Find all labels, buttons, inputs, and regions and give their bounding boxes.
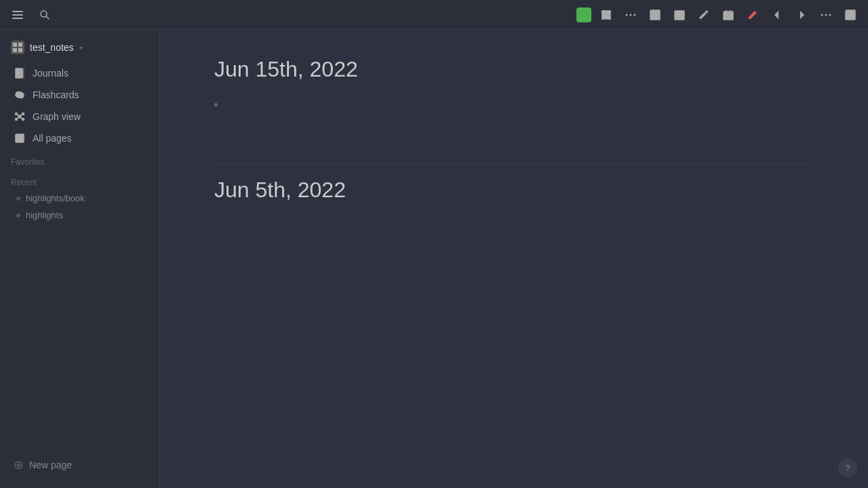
svg-point-23 <box>825 14 827 16</box>
svg-point-22 <box>821 14 823 16</box>
workspace-chevron: ▾ <box>79 44 83 52</box>
layout-icon[interactable] <box>841 5 860 24</box>
svg-rect-2 <box>12 18 23 19</box>
all-pages-icon <box>14 132 26 144</box>
flashcards-icon <box>14 89 26 101</box>
expand-icon[interactable] <box>597 5 616 24</box>
calendar-icon[interactable] <box>670 5 689 24</box>
help-label: ? <box>845 463 850 473</box>
journals-icon <box>14 67 26 79</box>
journal-entry-jun15: Jun 15th, 2022 <box>214 57 814 123</box>
journal-date-jun15: Jun 15th, 2022 <box>214 57 814 82</box>
svg-point-7 <box>630 14 632 16</box>
topbar-left <box>8 5 54 24</box>
sidebar-item-journals[interactable]: Journals <box>3 62 157 84</box>
table-icon[interactable] <box>646 5 665 24</box>
favorites-section: Favorites <box>0 149 159 169</box>
sidebar-item-flashcards[interactable]: Flashcards <box>3 84 157 106</box>
svg-rect-0 <box>12 11 23 12</box>
svg-rect-29 <box>13 48 17 52</box>
more-dots-icon[interactable] <box>816 5 835 24</box>
more-options-icon[interactable] <box>621 5 640 24</box>
new-page-label: New page <box>29 460 72 470</box>
svg-point-37 <box>18 115 21 118</box>
recent-item-highlights-book[interactable]: highlights/book <box>0 190 159 207</box>
bullet-dot-icon <box>214 103 218 106</box>
svg-line-44 <box>21 118 23 119</box>
recent-item-label: highlights <box>26 210 63 220</box>
svg-line-43 <box>21 115 23 116</box>
main-layout: test_notes ▾ Journals Flashcards <box>0 30 868 488</box>
sidebar: test_notes ▾ Journals Flashcards <box>0 30 160 488</box>
recent-item-highlights[interactable]: highlights <box>0 207 159 224</box>
journal-entry-jun5: Jun 5th, 2022 <box>214 178 814 203</box>
svg-rect-9 <box>650 10 660 20</box>
forward-icon[interactable] <box>792 5 811 24</box>
sidebar-label-flashcards: Flashcards <box>33 89 79 100</box>
help-button[interactable]: ? <box>838 458 857 477</box>
new-page-button[interactable]: ⊕ New page <box>3 453 157 477</box>
search-icon[interactable] <box>35 5 54 24</box>
svg-rect-5 <box>602 11 610 19</box>
svg-rect-28 <box>18 43 22 47</box>
recent-dot-icon <box>16 214 20 218</box>
svg-rect-34 <box>22 68 24 78</box>
sidebar-label-graph-view: Graph view <box>33 111 81 122</box>
svg-rect-30 <box>18 48 22 52</box>
favorites-label: Favorites <box>11 157 44 167</box>
svg-rect-27 <box>13 43 17 47</box>
recent-item-label: highlights/book <box>26 193 85 203</box>
new-page-plus-icon: ⊕ <box>14 458 24 472</box>
green-status-button[interactable] <box>576 7 591 22</box>
svg-line-45 <box>17 118 19 119</box>
topbar-right <box>576 5 860 24</box>
svg-rect-1 <box>12 14 23 16</box>
graph-icon <box>14 110 26 123</box>
journal-date-jun5: Jun 5th, 2022 <box>214 178 814 203</box>
svg-point-8 <box>634 14 636 16</box>
content-area[interactable]: Jun 15th, 2022 Jun 5th, 2022 <box>160 30 868 488</box>
sidebar-label-journals: Journals <box>33 68 68 79</box>
svg-rect-46 <box>16 134 24 142</box>
svg-point-24 <box>829 14 831 16</box>
workspace-icon <box>11 41 24 54</box>
sidebar-bottom: ⊕ New page <box>0 447 159 483</box>
sidebar-label-all-pages: All pages <box>33 133 72 144</box>
sidebar-nav: Journals Flashcards Graph view <box>0 62 159 149</box>
tool-icon[interactable] <box>694 5 713 24</box>
svg-point-6 <box>626 14 628 16</box>
date-icon[interactable] <box>719 5 738 24</box>
entry-divider <box>214 163 814 164</box>
svg-point-36 <box>15 91 24 100</box>
menu-icon[interactable] <box>8 5 27 24</box>
sidebar-item-all-pages[interactable]: All pages <box>3 127 157 149</box>
svg-rect-14 <box>675 11 684 20</box>
back-icon[interactable] <box>768 5 787 24</box>
journal-body-jun15[interactable] <box>214 96 814 123</box>
workspace-header[interactable]: test_notes ▾ <box>0 35 159 60</box>
svg-line-4 <box>47 16 50 19</box>
workspace-name: test_notes <box>30 42 74 53</box>
recent-dot-icon <box>16 197 20 201</box>
recent-section-title: Recent <box>0 169 159 190</box>
svg-line-42 <box>17 115 19 116</box>
sidebar-item-graph-view[interactable]: Graph view <box>3 106 157 127</box>
bullet-point <box>214 96 814 109</box>
svg-rect-18 <box>724 12 733 20</box>
svg-point-3 <box>41 11 47 17</box>
topbar <box>0 0 868 30</box>
pen-icon[interactable] <box>743 5 762 24</box>
recent-label: Recent <box>11 178 37 187</box>
